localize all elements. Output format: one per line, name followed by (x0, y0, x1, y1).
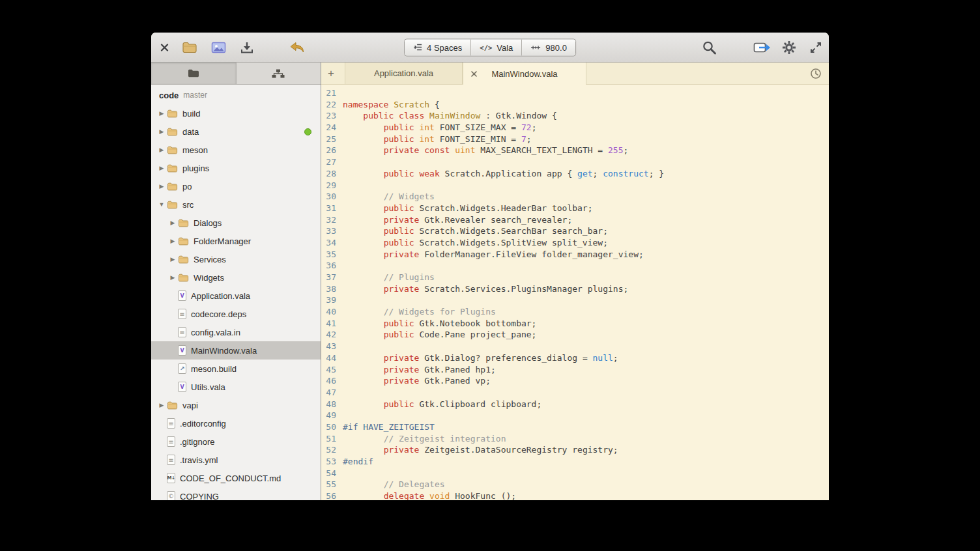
code-line-text: #endif (341, 456, 373, 468)
tab-title: Application.vala (374, 68, 433, 78)
tree-folder-Widgets[interactable]: ▶Widgets (151, 268, 321, 287)
expand-arrow-icon[interactable]: ▶ (156, 183, 167, 190)
tree-folder-src[interactable]: ▼src (151, 195, 321, 214)
close-tab-icon[interactable] (469, 69, 478, 78)
expand-arrow-icon[interactable]: ▶ (156, 110, 167, 117)
folder-icon (178, 237, 189, 246)
line-number: 44 (321, 352, 341, 364)
vala-file-icon: V (178, 382, 186, 392)
folder-icon (178, 274, 189, 282)
tree-folder-po[interactable]: ▶po (151, 177, 321, 195)
code-line-text: private Zeitgeist.DataSourceRegistry reg… (341, 444, 618, 456)
folder-icon (188, 69, 199, 78)
editor-tab-MainWindow.vala[interactable]: MainWindow.vala (463, 63, 586, 85)
expand-arrow-icon[interactable]: ▶ (156, 147, 167, 153)
line-number: 54 (321, 468, 341, 479)
code-line: 23 public class MainWindow : Gtk.Window … (321, 110, 829, 122)
tree-file-CODE_OF_CONDUCT.md[interactable]: M↓CODE_OF_CONDUCT.md (151, 469, 321, 487)
line-number: 48 (321, 399, 341, 410)
expand-arrow-icon[interactable]: ▶ (167, 274, 178, 281)
search-button[interactable] (702, 40, 717, 55)
expand-arrow-icon[interactable]: ▶ (167, 219, 178, 226)
expand-arrow-icon[interactable]: ▶ (156, 165, 167, 171)
undo-button[interactable] (289, 42, 305, 53)
collapse-arrow-icon[interactable]: ▼ (156, 201, 167, 208)
tree-item-label: build (182, 109, 200, 119)
tree-item-label: po (182, 182, 192, 191)
folder-icon (167, 128, 178, 136)
tree-folder-plugins[interactable]: ▶plugins (151, 159, 321, 177)
line-number: 24 (321, 122, 341, 134)
tree-item-label: Widgets (194, 273, 224, 283)
code-editor-window: 4 Spaces </> Vala 980.0 (151, 33, 829, 500)
code-line-text: namespace Scratch { (341, 99, 440, 111)
goto-line-button[interactable]: 980.0 (522, 39, 575, 55)
expand-arrow-icon[interactable]: ▶ (167, 256, 178, 262)
tree-folder-FolderManager[interactable]: ▶FolderManager (151, 232, 321, 250)
expand-arrow-icon[interactable]: ▶ (167, 238, 178, 244)
line-number: 52 (321, 444, 341, 456)
tree-folder-vapi[interactable]: ▶vapi (151, 396, 321, 414)
tree-file-.travis.yml[interactable]: ≡.travis.yml (151, 451, 321, 469)
tree-folder-Services[interactable]: ▶Services (151, 250, 321, 268)
tree-file-MainWindow.vala[interactable]: VMainWindow.vala (151, 341, 321, 360)
code-line-text: #if HAVE_ZEITGEIST (341, 421, 435, 433)
tree-folder-meson[interactable]: ▶meson (151, 141, 321, 159)
copying-file-icon: © (167, 491, 175, 500)
code-line: 49 (321, 410, 829, 421)
templates-button[interactable] (210, 39, 227, 56)
line-number: 55 (321, 479, 341, 490)
tree-file-config.vala.in[interactable]: ≡config.vala.in (151, 323, 321, 341)
code-line: 54 (321, 468, 829, 479)
tree-file-codecore.deps[interactable]: ≡codecore.deps (151, 305, 321, 323)
line-number: 45 (321, 364, 341, 376)
editor-tab-Application.vala[interactable]: Application.vala (345, 63, 463, 84)
line-number: 32 (321, 214, 341, 226)
tab-width-button[interactable]: 4 Spaces (405, 39, 471, 55)
tree-folder-Dialogs[interactable]: ▶Dialogs (151, 214, 321, 232)
tree-file-COPYING[interactable]: ©COPYING (151, 487, 321, 500)
save-as-button[interactable] (238, 39, 255, 56)
code-line-text: // Plugins (341, 272, 435, 283)
close-window-button[interactable] (160, 43, 169, 51)
line-number: 46 (321, 375, 341, 387)
line-number: 26 (321, 145, 341, 156)
gear-icon (782, 40, 796, 55)
history-button[interactable] (807, 63, 824, 85)
sidebar-tab-files[interactable] (151, 63, 236, 84)
tree-file-.editorconfig[interactable]: ≡.editorconfig (151, 414, 321, 432)
tree-item-label: src (182, 200, 194, 210)
tree-file-.gitignore[interactable]: ≡.gitignore (151, 432, 321, 451)
open-folder-button[interactable] (181, 39, 198, 56)
folder-icon (167, 201, 178, 209)
tree-folder-data[interactable]: ▶data (151, 122, 321, 141)
line-number: 25 (321, 134, 341, 145)
fullscreen-button[interactable] (809, 41, 822, 54)
sidebar-tab-bar (151, 63, 321, 85)
expand-arrow-icon[interactable]: ▶ (156, 402, 167, 408)
tree-file-Utils.vala[interactable]: VUtils.vala (151, 378, 321, 396)
expand-arrow-icon[interactable]: ▶ (156, 128, 167, 135)
code-line-text: public Gtk.Notebook bottombar; (341, 318, 536, 330)
code-line-text: public Gtk.Clipboard clipboard; (341, 399, 541, 410)
tree-file-Application.vala[interactable]: VApplication.vala (151, 287, 321, 305)
file-actions-group (181, 39, 255, 56)
code-area[interactable]: 2122namespace Scratch {23 public class M… (321, 85, 829, 500)
vala-file-icon: V (178, 290, 186, 301)
language-button[interactable]: </> Vala (471, 39, 522, 55)
code-line: 32 private Gtk.Revealer search_revealer; (321, 214, 829, 226)
project-header[interactable]: code master (151, 86, 321, 104)
sidebar-tab-outline[interactable] (236, 63, 321, 84)
line-number: 56 (321, 490, 341, 500)
open-in-button[interactable] (753, 40, 771, 55)
code-line-text: private Gtk.Paned vp; (341, 375, 491, 387)
tree-folder-build[interactable]: ▶build (151, 104, 321, 122)
folder-open-icon (182, 42, 197, 53)
tree-item-label: FolderManager (194, 236, 251, 246)
line-number: 43 (321, 341, 341, 352)
tree-item-label: COPYING (180, 492, 219, 501)
line-number: 31 (321, 203, 341, 214)
settings-button[interactable] (782, 40, 796, 55)
tree-file-meson.build[interactable]: ↗meson.build (151, 360, 321, 378)
new-tab-button[interactable]: + (321, 63, 341, 84)
